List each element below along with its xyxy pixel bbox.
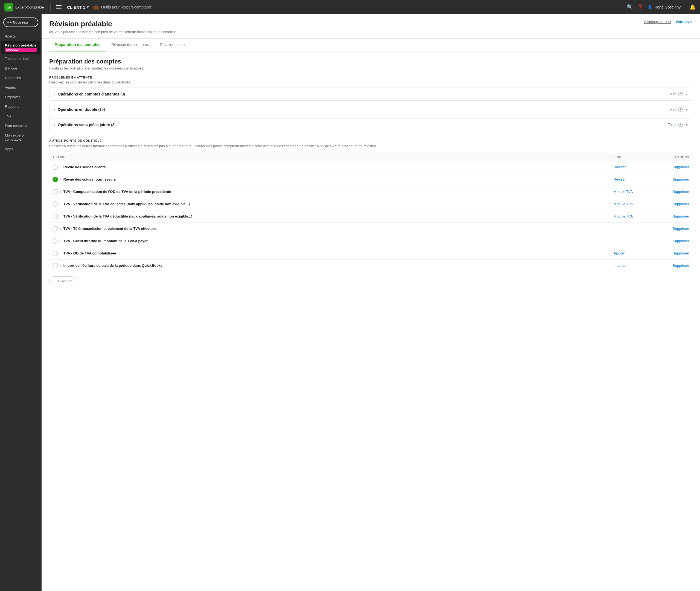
check-circle-button[interactable] — [53, 189, 58, 195]
link-cell: Réviser — [610, 173, 659, 186]
delete-button[interactable]: Supprimer — [673, 177, 689, 181]
delete-button[interactable]: Supprimer — [673, 214, 689, 218]
tab-preparation[interactable]: Préparation des comptes — [49, 39, 106, 52]
row-expand-icon[interactable]: › — [60, 264, 61, 267]
row-link[interactable]: Importer — [614, 263, 627, 268]
row-title: Revue des soldes clients — [63, 165, 106, 169]
row-expand-icon[interactable]: › — [60, 202, 61, 206]
row-expand-icon[interactable]: › — [60, 215, 61, 218]
sidebar-item-tva[interactable]: TVA — [1, 111, 41, 121]
section-subtitle: Finalisez les opérations et ajoutez les … — [49, 66, 692, 70]
check-circle-button[interactable] — [53, 165, 58, 170]
row-expand-icon[interactable]: › — [60, 166, 61, 169]
sidebar-item-plan-comptable[interactable]: Plan comptable › — [1, 121, 41, 131]
sidebar-item-expert-comptable[interactable]: Mon expert-comptable — [1, 131, 41, 144]
row-link[interactable]: Réviser — [614, 177, 626, 181]
row-expand-icon[interactable]: › — [60, 178, 61, 181]
problems-heading: PROBLÈMES EN ATTENTE — [49, 76, 692, 79]
user-info: 👤 René Goscinny — [647, 5, 681, 9]
chevron-right-icon: › — [35, 86, 36, 89]
hamburger-button[interactable] — [55, 4, 63, 10]
app-body: + + Nouveau Aperçu › Révision préalable … — [0, 14, 700, 591]
problem-row-double[interactable]: › Opérations en double (15) To do 🕐 ▾ — [49, 103, 692, 116]
control-desc: Passez en revue les autres travaux et co… — [49, 143, 692, 149]
sidebar-item-depenses[interactable]: Dépenses › — [1, 73, 41, 83]
check-circle-button[interactable] — [53, 251, 58, 256]
row-link[interactable]: Module TVA — [614, 190, 633, 194]
notifications-button[interactable]: 🔔 — [690, 4, 696, 10]
dropdown-arrow-icon[interactable]: ▾ — [686, 108, 688, 112]
new-button[interactable]: + + Nouveau — [3, 17, 38, 27]
client-selector[interactable]: CLIENT 1 ▾ — [67, 5, 89, 10]
row-title: Import de l'écriture de paie de la pério… — [63, 263, 163, 268]
row-title: Revue des soldes fournisseurs — [63, 177, 116, 181]
table-row: › Revue des soldes clients Réviser Suppr… — [49, 161, 692, 173]
expand-icon: › — [54, 123, 55, 127]
delete-button[interactable]: Supprimer — [673, 226, 689, 231]
sidebar-item-ventes[interactable]: Ventes › — [1, 83, 41, 92]
chevron-right-icon: › — [35, 35, 36, 38]
problem-row-sans-piece[interactable]: › Opérations sans pièce jointe (3) To do… — [49, 118, 692, 131]
table-row: › Import de l'écriture de paie de la pér… — [49, 259, 692, 272]
delete-button[interactable]: Supprimer — [673, 190, 689, 194]
cabinet-link[interactable]: Affichage cabinet — [644, 20, 671, 24]
problem-row-attentes[interactable]: › Opérations en comptes d'attentes (8) T… — [49, 87, 692, 101]
link-cell — [610, 235, 659, 247]
row-link[interactable]: Ajouter — [614, 251, 625, 255]
check-circle-button[interactable] — [53, 263, 58, 268]
sidebar-item-revision-prealable[interactable]: Révision préalable NOUVEAU — [1, 41, 41, 54]
add-row-button[interactable]: + + Ajouter — [49, 276, 76, 285]
check-circle-button[interactable] — [53, 201, 58, 207]
sidebar-item-apps[interactable]: Apps — [1, 144, 41, 154]
sidebar-item-rapports[interactable]: Rapports — [1, 102, 41, 111]
row-title: TVA - Comptabilisation de l'OD de TVA de… — [63, 190, 171, 194]
control-section: AUTRES POINTS DE CONTRÔLE Passez en revu… — [49, 139, 692, 285]
actions-cell: Supprimer — [659, 210, 692, 222]
clock-icon: 🕐 — [678, 122, 683, 127]
row-link[interactable]: Réviser — [614, 165, 626, 169]
check-circle-button[interactable]: ✓ — [53, 177, 58, 182]
row-expand-icon[interactable]: › — [60, 240, 61, 243]
delete-button[interactable]: Supprimer — [673, 263, 689, 268]
delete-button[interactable]: Supprimer — [673, 165, 689, 169]
delete-button[interactable]: Supprimer — [673, 251, 689, 255]
link-cell: Module TVA — [610, 186, 659, 198]
plus-icon: + — [54, 279, 56, 283]
tab-revision-comptes[interactable]: Révision des comptes — [106, 39, 154, 52]
sidebar-item-apercu[interactable]: Aperçu › — [1, 31, 41, 41]
avis-link[interactable]: Votre avis — [676, 20, 692, 24]
row-title: TVA - OD de TVA comptabilisée — [63, 251, 116, 255]
new-badge: NOUVEAU — [5, 48, 36, 52]
table-row: › TVA - Vérification de la TVA collectée… — [49, 198, 692, 210]
actions-cell: Supprimer — [659, 186, 692, 198]
row-expand-icon[interactable]: › — [60, 190, 61, 193]
row-expand-icon[interactable]: › — [60, 227, 61, 231]
page-subtitle: Ici, vous pouvez finaliser les comptes d… — [49, 30, 177, 34]
control-heading: AUTRES POINTS DE CONTRÔLE — [49, 139, 692, 142]
row-expand-icon[interactable]: › — [60, 252, 61, 255]
dropdown-arrow-icon[interactable]: ▾ — [686, 123, 688, 127]
check-circle-button[interactable] — [53, 226, 58, 232]
table-row: › TVA - OD de TVA comptabilisée Ajouter … — [49, 247, 692, 259]
chevron-right-icon: › — [35, 67, 36, 70]
sidebar-item-banque[interactable]: Banque › — [1, 63, 41, 73]
sidebar-item-employes[interactable]: Employés — [1, 92, 41, 102]
check-circle-button[interactable] — [53, 214, 58, 219]
client-chevron-icon: ▾ — [87, 5, 89, 9]
tab-revision-finale[interactable]: Révision finale — [154, 39, 190, 52]
tools-label: Outils pour l'expert-comptable — [101, 5, 152, 9]
topbar-divider — [50, 3, 51, 11]
sidebar: + + Nouveau Aperçu › Révision préalable … — [0, 14, 42, 591]
sidebar-item-tableau-de-bord[interactable]: Tableau de bord — [1, 54, 41, 63]
actions-cell: Supprimer — [659, 235, 692, 247]
search-button[interactable]: 🔍 — [627, 4, 633, 10]
row-link[interactable]: Module TVA — [614, 202, 633, 206]
delete-button[interactable]: Supprimer — [673, 202, 689, 206]
row-link[interactable]: Module TVA — [614, 214, 633, 218]
help-button[interactable]: ❓ — [637, 4, 643, 10]
table-row: › TVA - Client informé du montant de la … — [49, 235, 692, 247]
expand-icon: › — [54, 92, 55, 96]
dropdown-arrow-icon[interactable]: ▾ — [686, 92, 688, 96]
check-circle-button[interactable] — [53, 238, 58, 244]
delete-button[interactable]: Supprimer — [673, 239, 689, 243]
